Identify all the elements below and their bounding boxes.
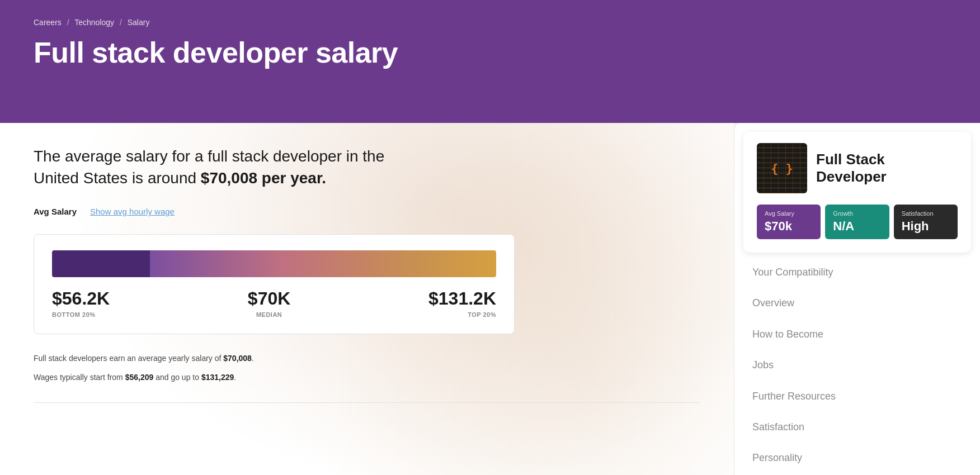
stat-badge-growth: Growth N/A <box>825 205 889 239</box>
career-card-title: Full Stack Developer <box>816 151 958 186</box>
salary-chart-card: $56.2K BOTTOM 20% $70K MEDIAN $131.2K TO… <box>34 234 515 334</box>
stat-salary-label: Avg Salary <box>765 210 813 217</box>
breadcrumb-salary[interactable]: Salary <box>128 18 150 27</box>
salary-bottom: $56.2K BOTTOM 20% <box>52 288 110 318</box>
bar-bottom-segment <box>52 250 150 277</box>
stat-salary-value: $70k <box>765 219 813 234</box>
bar-middle-segment <box>150 250 416 277</box>
tab-hourly-wage[interactable]: Show avg hourly wage <box>90 207 175 218</box>
tab-avg-salary[interactable]: Avg Salary <box>34 207 77 218</box>
sidebar-item-compatibility[interactable]: Your Compatibility <box>734 257 980 288</box>
stats-row: Avg Salary $70k Growth N/A Satisfaction … <box>757 205 958 239</box>
salary-bottom-amount: $56.2K <box>52 288 110 309</box>
sidebar-item-how-to-become[interactable]: How to Become <box>734 319 980 350</box>
page-title: Full stack developer salary <box>34 36 946 69</box>
breadcrumb-careers[interactable]: Careers <box>34 18 62 27</box>
sidebar-item-satisfaction[interactable]: Satisfaction <box>734 412 980 443</box>
sidebar-item-further-resources[interactable]: Further Resources <box>734 381 980 412</box>
stat-growth-value: N/A <box>833 219 881 234</box>
breadcrumb-technology[interactable]: Technology <box>74 18 114 27</box>
stat-badge-salary: Avg Salary $70k <box>757 205 821 239</box>
desc-bottom-bold: $56,209 <box>125 373 154 382</box>
desc-top-bold: $131,229 <box>201 373 234 382</box>
salary-top-amount: $131.2K <box>428 288 496 309</box>
salary-bottom-label: BOTTOM 20% <box>52 311 110 318</box>
salary-top: $131.2K TOP 20% <box>428 288 496 318</box>
salary-labels: $56.2K BOTTOM 20% $70K MEDIAN $131.2K TO… <box>52 288 496 318</box>
salary-bar <box>52 250 496 277</box>
stat-badge-satisfaction: Satisfaction High <box>894 205 958 239</box>
salary-median: $70K MEDIAN <box>248 288 291 318</box>
breadcrumb-sep-1: / <box>67 18 69 27</box>
sidebar-item-overview[interactable]: Overview <box>734 288 980 319</box>
main-layout: The average salary for a full stack deve… <box>0 123 980 475</box>
avg-amount-highlight: $70,008 per year. <box>201 169 326 187</box>
content-divider <box>34 402 700 403</box>
salary-top-label: TOP 20% <box>468 311 496 318</box>
stat-growth-label: Growth <box>833 210 881 217</box>
career-card: Full Stack Developer Avg Salary $70k Gro… <box>743 132 971 253</box>
sidebar-nav: Your Compatibility Overview How to Becom… <box>734 253 980 475</box>
desc-line-2: Wages typically start from $56,209 and g… <box>34 371 700 384</box>
tab-bar: Avg Salary Show avg hourly wage <box>34 207 700 218</box>
sidebar: Full Stack Developer Avg Salary $70k Gro… <box>734 123 980 475</box>
bar-top-segment <box>416 250 496 277</box>
career-card-header: Full Stack Developer <box>757 143 958 193</box>
desc-avg-bold: $70,008 <box>223 354 252 363</box>
hero-section: Careers / Technology / Salary Full stack… <box>0 0 980 123</box>
content-area: The average salary for a full stack deve… <box>0 123 734 475</box>
desc-line-1: Full stack developers earn an average ye… <box>34 352 700 365</box>
salary-median-amount: $70K <box>248 288 291 309</box>
sidebar-item-jobs[interactable]: Jobs <box>734 350 980 381</box>
salary-median-label: MEDIAN <box>256 311 282 318</box>
stat-satisfaction-value: High <box>902 219 950 234</box>
breadcrumb-sep-2: / <box>120 18 122 27</box>
content-inner: The average salary for a full stack deve… <box>34 145 700 403</box>
sidebar-item-personality[interactable]: Personality <box>734 443 980 473</box>
stat-satisfaction-label: Satisfaction <box>902 210 950 217</box>
breadcrumb: Careers / Technology / Salary <box>34 18 946 27</box>
avg-description: The average salary for a full stack deve… <box>34 145 425 189</box>
career-thumbnail <box>757 143 807 193</box>
